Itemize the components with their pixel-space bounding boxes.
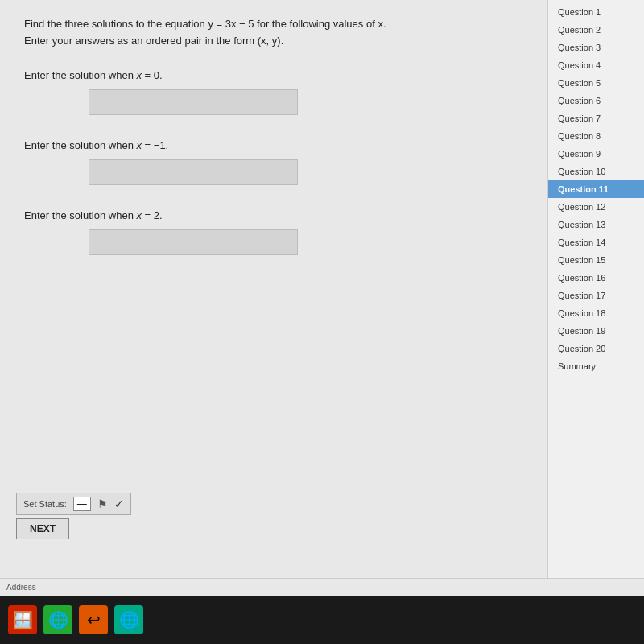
- sidebar-item-20[interactable]: Question 20: [548, 340, 644, 357]
- set-status-label: Set Status:: [23, 499, 67, 509]
- main-content: Find the three solutions to the equation…: [0, 0, 547, 596]
- taskbar-icon-3[interactable]: ↩: [79, 605, 108, 634]
- sidebar-item-12[interactable]: Question 12: [548, 198, 644, 216]
- sidebar-item-5[interactable]: Question 5: [548, 74, 644, 92]
- sidebar-item-15[interactable]: Question 15: [548, 251, 644, 269]
- sidebar-item-10[interactable]: Question 10: [548, 163, 644, 180]
- sidebar-item-9[interactable]: Question 9: [548, 145, 644, 163]
- taskbar-icon-1[interactable]: 🪟: [8, 605, 37, 634]
- answer-input-2[interactable]: [89, 159, 298, 185]
- sidebar-item-14[interactable]: Question 14: [548, 233, 644, 251]
- taskbar: 🪟 🌐 ↩ 🌐: [0, 596, 644, 644]
- address-bar: Address: [0, 578, 644, 596]
- status-dash-button[interactable]: —: [73, 497, 91, 511]
- taskbar-icon-1-symbol: 🪟: [13, 610, 33, 630]
- question-block-2: Enter the solution when x = −1.: [24, 139, 523, 185]
- question-label-2: Enter the solution when x = −1.: [24, 139, 523, 151]
- sidebar-item-19[interactable]: Question 19: [548, 322, 644, 340]
- sidebar-item-11[interactable]: Question 11: [548, 180, 644, 198]
- instructions: Find the three solutions to the equation…: [24, 16, 523, 50]
- taskbar-icon-4[interactable]: 🌐: [114, 605, 143, 634]
- question-block-3: Enter the solution when x = 2.: [24, 209, 523, 255]
- sidebar-item-16[interactable]: Question 16: [548, 269, 644, 287]
- question-block-1: Enter the solution when x = 0.: [24, 69, 523, 115]
- sidebar-item-8[interactable]: Question 8: [548, 127, 644, 145]
- sidebar: Question 1Question 2Question 3Question 4…: [547, 0, 644, 596]
- sidebar-item-21[interactable]: Summary: [548, 357, 644, 375]
- sidebar-item-6[interactable]: Question 6: [548, 92, 644, 109]
- sidebar-item-17[interactable]: Question 17: [548, 287, 644, 304]
- taskbar-icon-3-symbol: ↩: [87, 610, 101, 630]
- sidebar-item-7[interactable]: Question 7: [548, 109, 644, 127]
- sidebar-item-1[interactable]: Question 1: [548, 3, 644, 21]
- question-label-3: Enter the solution when x = 2.: [24, 209, 523, 221]
- sidebar-item-13[interactable]: Question 13: [548, 216, 644, 233]
- taskbar-icon-2[interactable]: 🌐: [43, 605, 72, 634]
- taskbar-icon-2-symbol: 🌐: [48, 610, 68, 630]
- flag-icon[interactable]: ⚑: [97, 497, 108, 510]
- sidebar-item-18[interactable]: Question 18: [548, 304, 644, 322]
- answer-input-1[interactable]: [89, 89, 298, 115]
- set-status-bar: Set Status: — ⚑ ✓: [16, 493, 131, 515]
- sidebar-item-3[interactable]: Question 3: [548, 39, 644, 56]
- next-button[interactable]: NEXT: [16, 518, 69, 539]
- check-icon[interactable]: ✓: [114, 497, 124, 510]
- instructions-line2: Enter your answers as an ordered pair in…: [24, 33, 523, 50]
- instructions-line1: Find the three solutions to the equation…: [24, 16, 523, 33]
- taskbar-icon-4-symbol: 🌐: [119, 610, 139, 630]
- sidebar-item-2[interactable]: Question 2: [548, 21, 644, 39]
- answer-input-3[interactable]: [89, 229, 298, 255]
- sidebar-item-4[interactable]: Question 4: [548, 56, 644, 74]
- question-label-1: Enter the solution when x = 0.: [24, 69, 523, 81]
- screen: Find the three solutions to the equation…: [0, 0, 644, 644]
- address-label: Address: [6, 583, 36, 592]
